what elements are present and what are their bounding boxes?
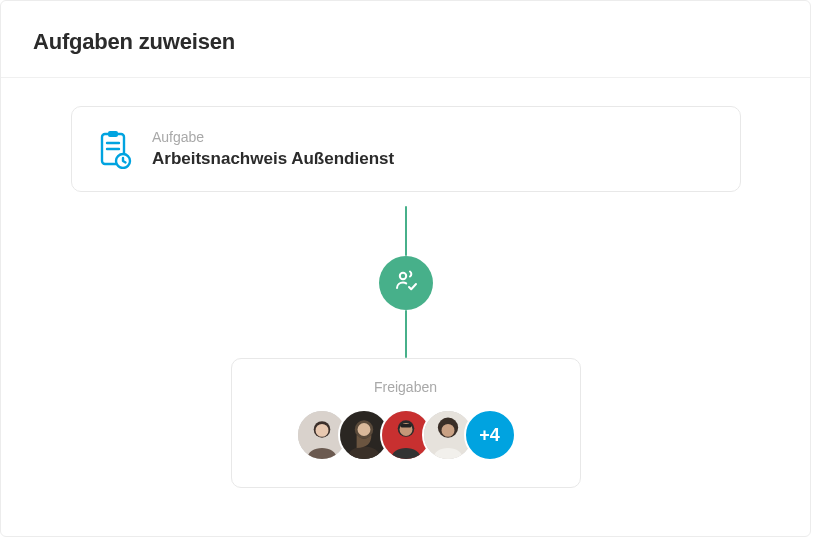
svg-rect-1: [108, 131, 118, 137]
assignee-node[interactable]: [379, 256, 433, 310]
task-title: Arbeitsnachweis Außendienst: [152, 149, 394, 169]
task-text-block: Aufgabe Arbeitsnachweis Außendienst: [152, 129, 394, 169]
avatar-group: +4: [256, 409, 556, 461]
assign-tasks-panel: Aufgaben zuweisen Aufgabe Arbeitsnachwei…: [0, 0, 811, 537]
svg-point-18: [441, 424, 454, 437]
diagram-content: Aufgabe Arbeitsnachweis Außendienst Frei…: [1, 78, 810, 533]
avatar-overflow[interactable]: +4: [464, 409, 516, 461]
connector-line-top: [405, 206, 407, 256]
panel-header: Aufgaben zuweisen: [1, 1, 810, 78]
svg-point-11: [357, 423, 370, 436]
svg-point-5: [399, 273, 405, 279]
page-title: Aufgaben zuweisen: [33, 29, 778, 55]
svg-rect-15: [400, 424, 411, 428]
approvals-card[interactable]: Freigaben +4: [231, 358, 581, 488]
task-label: Aufgabe: [152, 129, 394, 145]
users-check-icon: [392, 267, 420, 299]
svg-point-8: [315, 424, 328, 437]
connector-line-bottom: [405, 310, 407, 358]
task-card[interactable]: Aufgabe Arbeitsnachweis Außendienst: [71, 106, 741, 192]
approvals-label: Freigaben: [256, 379, 556, 395]
clipboard-clock-icon: [96, 129, 132, 169]
avatar-overflow-label: +4: [479, 425, 500, 446]
